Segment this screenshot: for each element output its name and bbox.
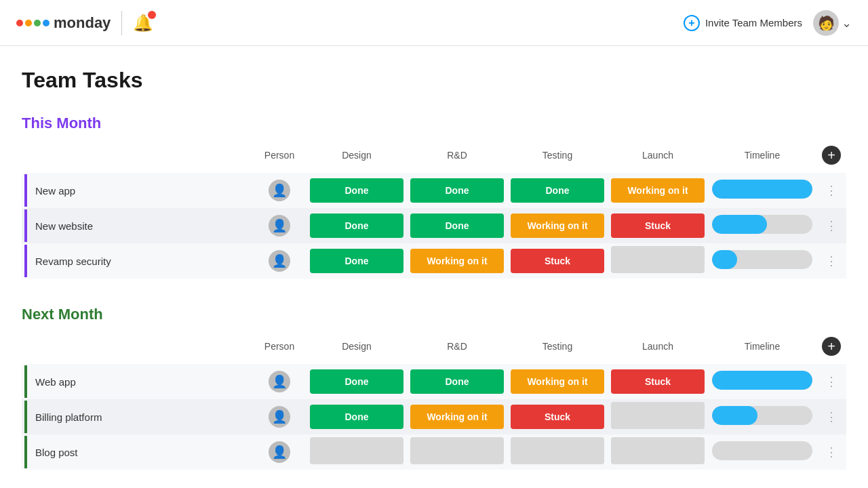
status-badge: Stuck [611, 214, 705, 238]
timeline-bar [712, 441, 812, 460]
table-row: Blog post👤⋮ [22, 434, 846, 470]
rnd-cell[interactable] [407, 434, 507, 470]
timeline-fill [712, 215, 767, 234]
status-empty [310, 437, 403, 464]
logo-dot-red [16, 20, 23, 26]
accent-cell [22, 434, 33, 470]
design-cell[interactable]: Done [307, 173, 407, 208]
status-badge: Done [410, 369, 504, 394]
col-task [33, 329, 252, 364]
main-content: Team Tasks This MonthPersonDesignR&DTest… [0, 46, 868, 488]
logo-text: monday [54, 14, 111, 32]
logo-dot-blue [43, 20, 50, 26]
col-rd: R&D [407, 138, 507, 173]
col-testing: Testing [507, 329, 608, 364]
status-badge: Done [310, 249, 403, 273]
timeline-fill [712, 250, 737, 269]
timeline-cell [708, 364, 816, 399]
row-menu-icon[interactable]: ⋮ [816, 364, 846, 399]
design-cell[interactable]: Done [307, 399, 407, 434]
task-name: Revamp security [33, 243, 252, 279]
rnd-cell[interactable]: Working on it [407, 243, 507, 279]
testing-cell[interactable]: Stuck [507, 399, 608, 434]
row-menu-icon[interactable]: ⋮ [816, 434, 846, 470]
testing-cell[interactable]: Working on it [507, 208, 608, 243]
person-cell: 👤 [252, 399, 307, 434]
timeline-bar [712, 371, 812, 390]
launch-cell[interactable]: Stuck [608, 364, 708, 399]
task-table: PersonDesignR&DTestingLaunchTimeline+Web… [22, 329, 846, 470]
status-badge: Done [310, 178, 403, 203]
timeline-bar [712, 406, 812, 425]
table-row: New app👤DoneDoneDoneWorking on it⋮ [22, 173, 846, 208]
user-avatar-wrap[interactable]: 🧑 ⌄ [813, 10, 852, 36]
notifications-button[interactable]: 🔔 [133, 14, 153, 33]
design-cell[interactable]: Done [307, 208, 407, 243]
logo-dot-green [34, 20, 41, 26]
header-divider [121, 11, 122, 35]
section-title: Next Month [22, 306, 103, 323]
accent-cell [22, 208, 33, 243]
col-timeline: Timeline [708, 138, 816, 173]
row-menu-icon[interactable]: ⋮ [816, 208, 846, 243]
monday-logo: monday [16, 14, 111, 32]
design-cell[interactable]: Done [307, 243, 407, 279]
status-badge: Done [410, 178, 504, 203]
timeline-cell [708, 434, 816, 470]
status-empty [611, 437, 705, 464]
col-task [33, 138, 252, 173]
status-badge: Done [410, 214, 504, 238]
status-badge: Working on it [511, 214, 604, 238]
add-column-button[interactable]: + [822, 337, 841, 356]
accent-bar [24, 401, 27, 433]
launch-cell[interactable] [608, 399, 708, 434]
launch-cell[interactable] [608, 243, 708, 279]
avatar: 👤 [269, 250, 290, 272]
task-name: Billing platform [33, 399, 252, 434]
rnd-cell[interactable]: Done [407, 208, 507, 243]
task-name: Web app [33, 364, 252, 399]
avatar: 👤 [269, 215, 290, 237]
rnd-cell[interactable]: Done [407, 364, 507, 399]
launch-cell[interactable] [608, 434, 708, 470]
add-column-button[interactable]: + [822, 146, 841, 165]
col-accent [22, 138, 33, 173]
testing-cell[interactable]: Stuck [507, 243, 608, 279]
accent-bar [24, 365, 27, 398]
accent-cell [22, 364, 33, 399]
task-name: Blog post [33, 434, 252, 470]
testing-cell[interactable]: Working on it [507, 364, 608, 399]
timeline-fill [712, 371, 812, 390]
rnd-cell[interactable]: Working on it [407, 399, 507, 434]
testing-cell[interactable]: Done [507, 173, 608, 208]
timeline-fill [712, 180, 812, 199]
launch-cell[interactable]: Stuck [608, 208, 708, 243]
status-empty [611, 402, 705, 429]
col-add: + [816, 329, 846, 364]
design-cell[interactable]: Done [307, 364, 407, 399]
timeline-cell [708, 399, 816, 434]
person-cell: 👤 [252, 364, 307, 399]
status-badge: Working on it [511, 369, 604, 394]
accent-bar [24, 436, 27, 468]
col-add: + [816, 138, 846, 173]
task-name: New website [33, 208, 252, 243]
row-menu-icon[interactable]: ⋮ [816, 399, 846, 434]
design-cell[interactable] [307, 434, 407, 470]
avatar: 👤 [269, 371, 290, 392]
testing-cell[interactable] [507, 434, 608, 470]
col-timeline: Timeline [708, 329, 816, 364]
person-cell: 👤 [252, 173, 307, 208]
status-badge: Done [310, 405, 403, 429]
person-cell: 👤 [252, 208, 307, 243]
invite-team-button[interactable]: + Invite Team Members [684, 15, 802, 31]
status-badge: Done [310, 214, 403, 238]
rnd-cell[interactable]: Done [407, 173, 507, 208]
task-name: New app [33, 173, 252, 208]
launch-cell[interactable]: Working on it [608, 173, 708, 208]
accent-cell [22, 173, 33, 208]
col-accent [22, 329, 33, 364]
logo-dots [16, 20, 50, 26]
row-menu-icon[interactable]: ⋮ [816, 173, 846, 208]
row-menu-icon[interactable]: ⋮ [816, 243, 846, 279]
